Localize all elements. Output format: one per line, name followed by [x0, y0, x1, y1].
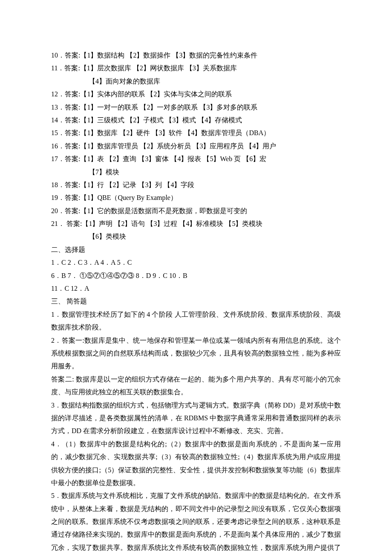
text-line: 6．B 7． ①⑤⑦①④⑤⑦③ 8．D 9．C 10．B — [51, 269, 341, 282]
text-line: 11．C 12．A — [51, 282, 341, 295]
text-line: 15．答案:【1】数据库 【2】硬件 【3】软件 【4】数据库管理员（DBA） — [51, 127, 341, 139]
text-line: 13．答案:【1】一对一的联系 【2】一对多的联系 【3】多对多的联系 — [51, 101, 341, 114]
text-line: 5．数据库系统与文件系统相比，克服了文件系统的缺陷。数据库中的数据是结构化的。在… — [51, 489, 341, 555]
text-line: 16．答案:【1】数据库管理员 【2】系统分析员 【3】应用程序员 【4】用户 — [51, 140, 341, 153]
text-line: 1．C 2．C 3．A 4．A 5．C — [51, 256, 341, 269]
text-line: 4．（1）数据库中的数据是结构化的;（2）数据库中的数据是面向系统的，不是面向某… — [51, 438, 341, 490]
text-line: 20．答案:【1】它的数据是活数据而不是死数据，即数据是可变的 — [51, 205, 341, 217]
text-line: 答案二: 数据库是以一定的组织方式存储在一起的、能为多个用户共享的、具有尽可能小… — [51, 373, 341, 399]
text-line: 17．答案:【1】表 【2】查询 【3】窗体 【4】报表 【5】Web 页 【6… — [51, 153, 341, 165]
text-line: 二、选择题 — [51, 243, 341, 256]
text-line: 【6】类模块 — [51, 230, 341, 243]
text-line: 14．答案:【1】三级模式 【2】子模式 【3】模式 【4】存储模式 — [51, 114, 341, 127]
text-line: 21． 答案:【1】声明 【2】语句 【3】过程 【4】标准模块 【5】类模块 — [51, 217, 341, 230]
text-line: 3．数据结构指数据的组织方式，包括物理方式与逻辑方式。数据字典（简称 DD）是对… — [51, 399, 341, 438]
text-line: 12．答案:【1】实体内部的联系 【2】实体与实体之间的联系 — [51, 88, 341, 101]
text-line: 1．数据管理技术经历了如下的 4 个阶段 人工管理阶段、文件系统阶段、数据库系统… — [51, 308, 341, 334]
text-line: 【7】模块 — [51, 166, 341, 179]
document-content: 10．答案:【1】数据结构 【2】数据操作 【3】数据的完备性约束条件11．答案… — [51, 49, 341, 555]
text-line: 18．答案:【1】行 【2】记录 【3】列 【4】字段 — [51, 179, 341, 191]
text-line: 2．答案一:数据库是集中、统一地保存和管理某一单位或某一领域内所有有用信息的系统… — [51, 334, 341, 373]
text-line: 11．答案:【1】层次数据库 【2】网状数据库 【3】关系数据库 — [51, 62, 341, 75]
text-line: 三、 简答题 — [51, 295, 341, 308]
text-line: 10．答案:【1】数据结构 【2】数据操作 【3】数据的完备性约束条件 — [51, 49, 341, 62]
text-line: 【4】面向对象的数据库 — [51, 75, 341, 88]
document-page: 10．答案:【1】数据结构 【2】数据操作 【3】数据的完备性约束条件11．答案… — [0, 0, 392, 555]
text-line: 19．答案:【1】QBE（Query By Example） — [51, 191, 341, 204]
